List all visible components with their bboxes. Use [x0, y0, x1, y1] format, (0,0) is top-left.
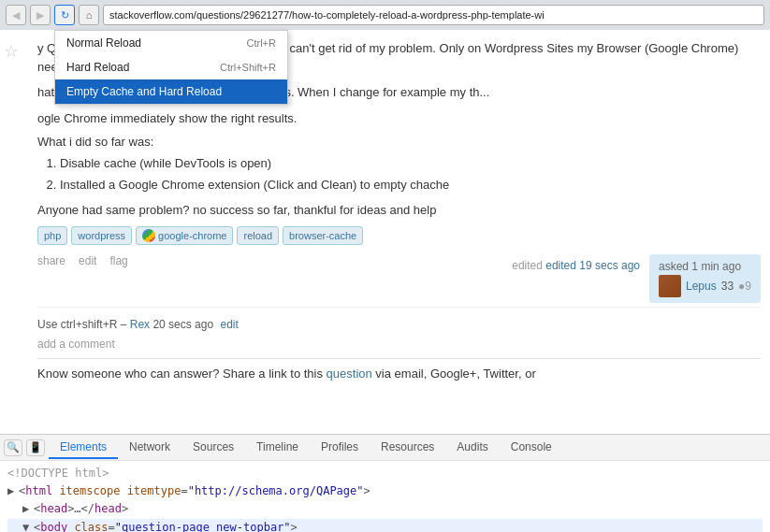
share-link[interactable]: share	[37, 254, 65, 267]
what-label: What i did so far was:	[37, 135, 761, 149]
normal-reload-shortcut: Ctrl+R	[247, 37, 276, 49]
asked-label: asked 1 min ago	[659, 260, 751, 273]
tab-sources[interactable]: Sources	[182, 437, 245, 459]
answer-link[interactable]: question	[327, 367, 372, 381]
separator	[37, 358, 761, 359]
flag-link[interactable]: flag	[109, 254, 127, 267]
tab-elements[interactable]: Elements	[49, 437, 118, 459]
empty-cache-label: Empty Cache and Hard Reload	[66, 85, 222, 98]
tags-container: php wordpress google-chrome reload brows…	[37, 226, 761, 245]
tab-console[interactable]: Console	[500, 437, 563, 459]
tag-wordpress[interactable]: wordpress	[71, 226, 132, 245]
tag-google-chrome[interactable]: google-chrome	[136, 226, 233, 245]
hard-reload-label: Hard Reload	[66, 61, 129, 74]
comment-text: Use ctrl+shift+R –	[37, 318, 126, 331]
avatar-image	[659, 275, 681, 297]
collapse-arrow-2: ▶	[22, 500, 34, 518]
tab-timeline[interactable]: Timeline	[245, 437, 310, 459]
empty-cache-item[interactable]: Empty Cache and Hard Reload	[55, 79, 287, 104]
tab-audits[interactable]: Audits	[445, 437, 499, 459]
hard-reload-item[interactable]: Hard Reload Ctrl+Shift+R	[55, 55, 287, 79]
user-info: Lepus 33 ●9	[659, 275, 751, 297]
collapse-arrow-1: ▶	[7, 482, 19, 500]
collapse-arrow-3: ▼	[22, 519, 34, 532]
answer-rest: via email, Google+, Twitter, or	[375, 367, 535, 381]
devtools-tabs: Elements Network Sources Timeline Profil…	[49, 437, 563, 459]
normal-reload-label: Normal Reload	[66, 36, 141, 50]
avatar	[659, 275, 681, 297]
post-actions: share edit flag	[37, 254, 128, 267]
tab-network[interactable]: Network	[118, 437, 182, 459]
source-line-4[interactable]: ▼ <body class="question-page new-topbar"…	[7, 519, 763, 532]
source-line-3[interactable]: ▶ <head>…</head>	[7, 500, 763, 518]
add-comment-link[interactable]: add a comment	[37, 338, 761, 351]
star-icon[interactable]: ☆	[4, 41, 19, 62]
tab-profiles[interactable]: Profiles	[310, 437, 370, 459]
user-rep: 33	[721, 280, 734, 293]
tag-php[interactable]: php	[37, 226, 67, 245]
normal-reload-item[interactable]: Normal Reload Ctrl+R	[55, 31, 287, 55]
comment-edit-link[interactable]: edit	[220, 318, 238, 331]
home-button[interactable]: ⌂	[79, 5, 99, 25]
anyone-text: Anyone had same problem? no success so f…	[37, 203, 761, 217]
asked-box: asked 1 min ago Lepus 33 ●9	[649, 254, 761, 303]
address-bar[interactable]: stackoverflow.com/questions/29621277/how…	[103, 5, 764, 25]
edited-label: edited	[512, 259, 545, 272]
source-line-2[interactable]: ▶ <html itemscope itemtype="http://schem…	[7, 482, 763, 500]
tab-resources[interactable]: Resources	[370, 437, 445, 459]
forward-button[interactable]: ▶	[30, 5, 51, 25]
comment-section: Use ctrl+shift+R – Rex 20 secs ago edit …	[37, 307, 761, 351]
devtools-source-panel: <!DOCTYPE html> ▶ <html itemscope itemty…	[0, 460, 770, 532]
answer-text: Know someone who can answer? Share a lin…	[37, 367, 323, 381]
google-chrome-icon	[142, 229, 155, 242]
step-1: Disable cache (while DevTools is open)	[60, 154, 761, 173]
tag-reload[interactable]: reload	[237, 226, 279, 245]
reload-button[interactable]: ↻	[54, 5, 75, 25]
browser-chrome: ◀ ▶ ↻ ⌂ stackoverflow.com/questions/2962…	[0, 0, 770, 30]
source-line-1: <!DOCTYPE html>	[7, 465, 763, 482]
doctype-comment: <!DOCTYPE html>	[7, 467, 109, 480]
user-link[interactable]: Lepus	[686, 280, 717, 293]
edit-time[interactable]: edited 19 secs ago	[545, 259, 640, 272]
devtools-device-button[interactable]: 📱	[26, 439, 45, 456]
tag-browser-cache[interactable]: browser-cache	[283, 226, 363, 245]
step-2: Installed a Google Chrome extension (Cli…	[60, 176, 761, 194]
reload-dropdown: Normal Reload Ctrl+R Hard Reload Ctrl+Sh…	[54, 30, 288, 105]
post-meta-row: share edit flag edited edited 19 secs ag…	[37, 254, 761, 303]
edit-link[interactable]: edit	[79, 254, 96, 267]
user-badges: ●9	[738, 280, 751, 293]
answer-preview: Know someone who can answer? Share a lin…	[37, 367, 761, 381]
steps-list: Disable cache (while DevTools is open) I…	[60, 154, 761, 194]
devtools-search-button[interactable]: 🔍	[4, 439, 22, 456]
back-button[interactable]: ◀	[6, 5, 26, 25]
question-body2: ogle Chrome immediately show the right r…	[37, 109, 761, 128]
address-text: stackoverflow.com/questions/29621277/how…	[109, 9, 545, 21]
edit-info: edited edited 19 secs ago	[512, 259, 640, 272]
comment-time: 20 secs ago	[153, 318, 213, 331]
comment-author[interactable]: Rex	[130, 318, 150, 331]
devtools-bar: 🔍 📱 Elements Network Sources Timeline Pr…	[0, 434, 770, 460]
comment-item: Use ctrl+shift+R – Rex 20 secs ago edit	[37, 315, 761, 334]
hard-reload-shortcut: Ctrl+Shift+R	[220, 62, 276, 73]
